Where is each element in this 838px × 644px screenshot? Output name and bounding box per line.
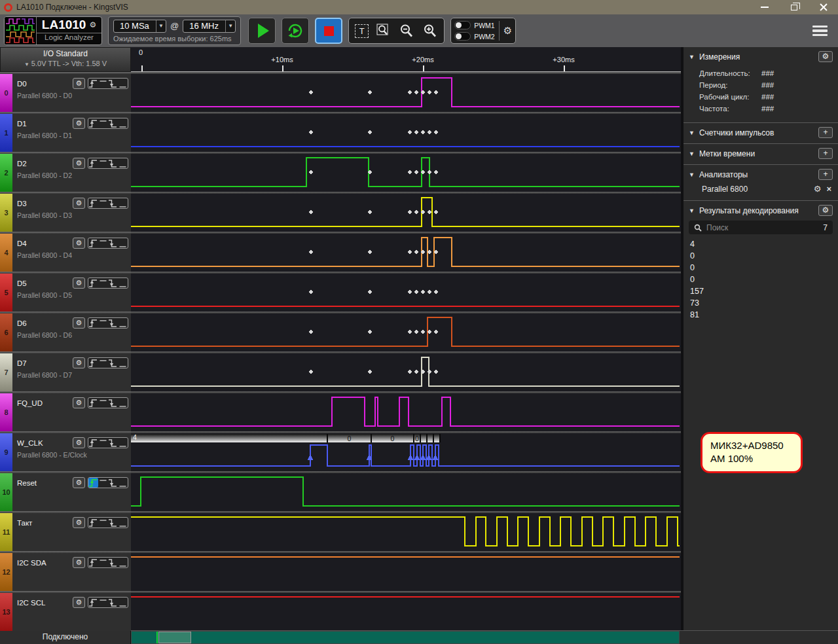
trigger-rising-edge-button[interactable]: [88, 398, 98, 408]
channel-name[interactable]: I2C SDA: [17, 559, 46, 567]
channel-index-strip[interactable]: 11: [0, 513, 12, 551]
channel-index-strip[interactable]: 6: [0, 313, 12, 351]
trigger-high-level-button[interactable]: [98, 558, 108, 567]
channel-index-strip[interactable]: 2: [0, 154, 12, 192]
trigger-falling-edge-button[interactable]: [108, 79, 118, 88]
device-widget[interactable]: LA1010 ⚙ Logic Analyzer: [4, 16, 102, 45]
measurements-settings-gear-icon[interactable]: ⚙: [818, 51, 833, 62]
trigger-high-level-button[interactable]: [98, 278, 108, 288]
channel-index-strip[interactable]: 1: [0, 114, 12, 152]
waveform-row-i2c-scl[interactable]: [131, 591, 681, 631]
trigger-falling-edge-button[interactable]: [108, 478, 118, 488]
time-ruler[interactable]: 0+10ms+20ms+30ms: [131, 47, 681, 72]
channel-name[interactable]: D3: [17, 200, 27, 207]
decode-search-box[interactable]: 7: [689, 221, 833, 234]
add-analyzer-button[interactable]: +: [818, 169, 833, 180]
trigger-rising-edge-button[interactable]: [88, 118, 98, 128]
channel-settings-gear-icon[interactable]: ⚙: [73, 277, 85, 289]
channel-row-d0[interactable]: 0D0⚙Parallel 6800 - D0: [0, 72, 131, 112]
channel-row-d3[interactable]: 3D3⚙Parallel 6800 - D3: [0, 192, 131, 232]
trigger-rising-edge-button[interactable]: [88, 79, 98, 88]
trigger-low-level-button[interactable]: [118, 518, 128, 528]
analyzer-remove-icon[interactable]: ×: [826, 184, 831, 194]
collapse-arrow-icon[interactable]: ▼: [689, 171, 695, 178]
waveform-row-d7[interactable]: [131, 351, 681, 391]
trigger-high-level-button[interactable]: [98, 79, 108, 88]
channel-name[interactable]: D1: [17, 120, 27, 128]
trigger-falling-edge-button[interactable]: [108, 358, 118, 368]
trigger-low-level-button[interactable]: [118, 158, 128, 168]
trigger-high-level-button[interactable]: [98, 318, 108, 328]
channel-row-d6[interactable]: 6D6⚙Parallel 6800 - D6: [0, 312, 131, 351]
waveform-panel[interactable]: 0+10ms+20ms+30ms 4000: [131, 47, 681, 630]
channel-settings-gear-icon[interactable]: ⚙: [73, 317, 85, 329]
channel-settings-gear-icon[interactable]: ⚙: [73, 198, 85, 209]
trigger-high-level-button[interactable]: [98, 358, 108, 368]
channel-index-strip[interactable]: 13: [0, 593, 12, 631]
trigger-low-level-button[interactable]: [118, 598, 128, 607]
channel-name[interactable]: D5: [17, 279, 27, 287]
trigger-falling-edge-button[interactable]: [108, 398, 118, 408]
decode-results-list[interactable]: 40001577381: [683, 234, 838, 327]
channel-name[interactable]: D4: [17, 240, 27, 247]
trigger-falling-edge-button[interactable]: [108, 118, 118, 128]
waveform-row-d6[interactable]: [131, 312, 681, 351]
waveform-row-d1[interactable]: [131, 112, 681, 152]
trigger-rising-edge-button[interactable]: [88, 198, 98, 208]
waveform-row-d5[interactable]: [131, 272, 681, 312]
channel-settings-gear-icon[interactable]: ⚙: [73, 517, 85, 528]
trigger-low-level-button[interactable]: [118, 118, 128, 128]
trigger-low-level-button[interactable]: [118, 358, 128, 368]
channel-settings-gear-icon[interactable]: ⚙: [73, 597, 85, 608]
waveform-row-reset[interactable]: [131, 471, 681, 511]
capture-overview-bar[interactable]: [131, 631, 680, 644]
overview-viewport-indicator[interactable]: [158, 632, 191, 643]
channel-row-d2[interactable]: 2D2⚙Parallel 6800 - D2: [0, 152, 131, 192]
channel-name[interactable]: Такт: [17, 519, 32, 527]
add-time-mark-button[interactable]: +: [818, 148, 833, 159]
decode-result-row[interactable]: 73: [690, 298, 831, 310]
channel-settings-gear-icon[interactable]: ⚙: [73, 78, 85, 89]
channel-index-strip[interactable]: 5: [0, 274, 12, 312]
minimize-button[interactable]: [750, 0, 779, 14]
channel-settings-gear-icon[interactable]: ⚙: [73, 397, 85, 408]
channel-settings-gear-icon[interactable]: ⚙: [73, 238, 85, 249]
channel-row-w-clk[interactable]: 9W_CLK⚙Parallel 6800 - E/Clock: [0, 431, 131, 471]
start-button[interactable]: [248, 18, 276, 44]
decode-result-row[interactable]: 0: [690, 275, 831, 287]
decode-result-row[interactable]: 0: [690, 251, 831, 263]
channel-settings-gear-icon[interactable]: ⚙: [73, 557, 85, 568]
trigger-falling-edge-button[interactable]: [108, 238, 118, 248]
trigger-low-level-button[interactable]: [118, 478, 128, 488]
channel-index-strip[interactable]: 8: [0, 393, 12, 431]
loop-run-button[interactable]: [282, 18, 309, 44]
main-menu-button[interactable]: [812, 26, 828, 37]
trigger-high-level-button[interactable]: [98, 158, 108, 168]
channel-row-reset[interactable]: 10Reset⚙: [0, 471, 131, 511]
channel-row-d7[interactable]: 7D7⚙Parallel 6800 - D7: [0, 351, 131, 391]
channel-settings-gear-icon[interactable]: ⚙: [73, 477, 85, 488]
collapse-arrow-icon[interactable]: ▼: [689, 54, 695, 60]
trigger-low-level-button[interactable]: [118, 398, 128, 408]
trigger-rising-edge-button[interactable]: [88, 478, 98, 488]
analyzer-settings-gear-icon[interactable]: ⚙: [814, 184, 822, 194]
trigger-rising-edge-button[interactable]: [88, 238, 98, 248]
decode-result-row[interactable]: 81: [690, 310, 831, 322]
channel-index-strip[interactable]: 3: [0, 194, 12, 232]
trigger-low-level-button[interactable]: [118, 198, 128, 208]
channel-row-d4[interactable]: 4D4⚙Parallel 6800 - D4: [0, 232, 131, 272]
trigger-falling-edge-button[interactable]: [108, 318, 118, 328]
decode-search-input[interactable]: [706, 223, 818, 232]
zoom-out-button[interactable]: [399, 23, 414, 39]
trigger-rising-edge-button[interactable]: [88, 598, 98, 607]
zoom-in-button[interactable]: [422, 23, 438, 39]
trigger-low-level-button[interactable]: [118, 278, 128, 288]
trigger-low-level-button[interactable]: [118, 318, 128, 328]
trigger-high-level-button[interactable]: [98, 598, 108, 607]
io-standard-header[interactable]: I/O Standard ▼ 5.0V TTL -> Vth: 1.58 V: [0, 47, 131, 72]
analyzer-item[interactable]: Parallel 6800 ⚙ ×: [689, 180, 833, 195]
trigger-rising-edge-button[interactable]: [88, 318, 98, 328]
waveform-row-i2c-sda[interactable]: [131, 551, 681, 591]
trigger-low-level-button[interactable]: [118, 79, 128, 88]
trigger-marker-tool-button[interactable]: T: [355, 24, 369, 38]
